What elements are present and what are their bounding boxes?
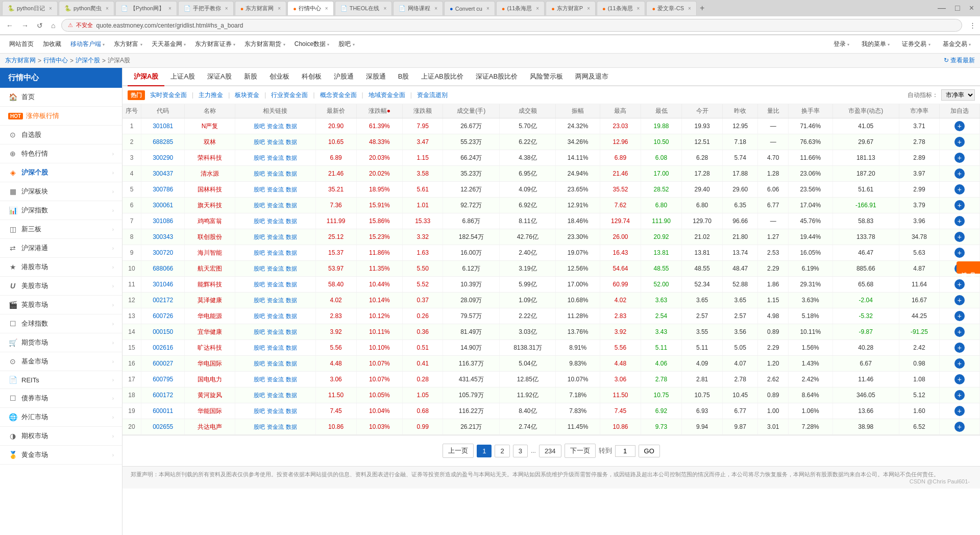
cell-add[interactable]: + — [939, 198, 979, 213]
col-header-latest[interactable]: 最新价 — [315, 104, 356, 118]
col-header-prev[interactable]: 昨收 — [723, 104, 758, 118]
data-link[interactable]: 数据 — [286, 123, 297, 130]
add-watchlist-icon[interactable]: + — [954, 200, 965, 210]
tab-eastmoney2[interactable]: ● 东方财富P × — [546, 1, 596, 15]
cell-name[interactable]: 双林 — [185, 134, 235, 150]
breadcrumb-eastmoney[interactable]: 东方财富网 — [5, 56, 36, 65]
guba-link[interactable]: 股吧 — [254, 328, 265, 336]
data-link[interactable]: 数据 — [286, 312, 297, 320]
guba-link[interactable]: 股吧 — [254, 297, 265, 304]
guba-link[interactable]: 股吧 — [254, 423, 265, 431]
nav-eastmoney[interactable]: 东方财富 ▾ — [110, 36, 146, 53]
nav-home[interactable]: 网站首页 — [5, 36, 38, 53]
fund-flow-link[interactable]: 资金流 — [267, 217, 284, 225]
address-bar[interactable]: ⚠ 不安全 quote.eastmoney.com/center/gridlis… — [61, 19, 962, 32]
filter-main-force[interactable]: 主力推金 — [197, 91, 225, 100]
tab-close-icon[interactable]: × — [168, 6, 172, 11]
fund-flow-link[interactable]: 资金流 — [267, 344, 284, 352]
nav-guba[interactable]: 股吧 ▾ — [334, 36, 358, 53]
refresh-button[interactable]: ↺ — [35, 19, 45, 32]
add-watchlist-icon[interactable]: + — [954, 153, 965, 163]
cell-add[interactable]: + — [939, 403, 979, 419]
nav-choice[interactable]: Choice数据 ▾ — [290, 36, 334, 53]
cell-code[interactable]: 002655 — [141, 419, 185, 435]
tab-convert[interactable]: ● Convert cu × — [444, 1, 495, 15]
sidebar-item-gold[interactable]: 🥇 黄金市场 › — [0, 446, 122, 465]
sidebar-item-shenzhen-individual[interactable]: ◈ 沪深个股 › — [0, 163, 122, 182]
feedback-button[interactable]: 意见反馈 — [957, 261, 980, 274]
cell-add[interactable]: + — [939, 340, 979, 356]
fund-flow-link[interactable]: 资金流 — [267, 407, 284, 415]
cell-code[interactable]: 600726 — [141, 308, 185, 324]
add-watchlist-icon[interactable]: + — [954, 374, 965, 384]
tab-close-icon[interactable]: × — [688, 6, 691, 11]
guba-link[interactable]: 股吧 — [254, 344, 265, 352]
cell-code[interactable]: 600795 — [141, 372, 185, 387]
sidebar-item-shenzhen-sector[interactable]: ▦ 沪深板块 › — [0, 182, 122, 201]
guba-link[interactable]: 股吧 — [254, 376, 265, 383]
tab-close-icon[interactable]: × — [536, 6, 539, 11]
cell-code[interactable]: 301086 — [141, 213, 185, 229]
data-link[interactable]: 数据 — [286, 186, 297, 193]
fund-flow-link[interactable]: 资金流 — [267, 360, 284, 368]
cell-add[interactable]: + — [939, 134, 979, 150]
filter-fund-flow[interactable]: 资金流逝别 — [415, 91, 450, 100]
col-header-code[interactable]: 代码 — [141, 104, 185, 118]
cell-add[interactable]: + — [939, 166, 979, 182]
sidebar-item-reits[interactable]: 📄 REITs › — [0, 371, 122, 389]
page-last-button[interactable]: 234 — [539, 445, 561, 457]
tab-close-icon[interactable]: × — [325, 6, 328, 11]
fund-flow-link[interactable]: 资金流 — [267, 392, 284, 399]
tab-sz-ab-price[interactable]: 深证AB股比价 — [470, 68, 524, 86]
cell-code[interactable]: 002172 — [141, 293, 185, 308]
page-input[interactable] — [615, 445, 635, 457]
nav-login[interactable]: 登录 ▾ — [829, 36, 853, 53]
col-header-turnover[interactable]: 换手率 — [789, 104, 833, 118]
nav-mobile[interactable]: 移动客户端 ▾ — [66, 36, 109, 53]
tab-delisted[interactable]: 两网及退市 — [569, 68, 615, 86]
fund-flow-link[interactable]: 资金流 — [267, 202, 284, 209]
add-watchlist-icon[interactable]: + — [954, 343, 965, 353]
sidebar-item-watchlist[interactable]: ⊙ 自选股 — [0, 126, 122, 144]
guba-link[interactable]: 股吧 — [254, 217, 265, 225]
cell-code[interactable]: 000150 — [141, 324, 185, 340]
cell-add[interactable]: + — [939, 293, 979, 308]
cell-add[interactable]: + — [939, 308, 979, 324]
add-watchlist-icon[interactable]: + — [954, 358, 965, 369]
guba-link[interactable]: 股吧 — [254, 123, 265, 130]
add-watchlist-icon[interactable]: + — [954, 232, 965, 242]
data-link[interactable]: 数据 — [286, 360, 297, 368]
guba-link[interactable]: 股吧 — [254, 170, 265, 178]
tab-chinext[interactable]: 创业板 — [263, 68, 296, 86]
close-window-icon[interactable]: × — [965, 4, 978, 13]
tab-star[interactable]: 科创板 — [296, 68, 328, 86]
guba-link[interactable]: 股吧 — [254, 138, 265, 146]
sidebar-item-bond[interactable]: ☐ 债券市场 › — [0, 389, 122, 408]
add-watchlist-icon[interactable]: + — [954, 121, 965, 131]
col-header-amount[interactable]: 成交额 — [500, 104, 556, 118]
tab-haisi2[interactable]: ● (11条海思 × — [597, 1, 645, 15]
fund-flow-link[interactable]: 资金流 — [267, 376, 284, 383]
data-link[interactable]: 数据 — [286, 138, 297, 146]
cell-name[interactable]: 华电能源 — [185, 308, 235, 324]
tab-shanghai-a[interactable]: 上证A股 — [164, 68, 201, 86]
add-watchlist-icon[interactable]: + — [954, 184, 965, 194]
data-link[interactable]: 数据 — [286, 202, 297, 209]
add-watchlist-icon[interactable]: + — [954, 168, 965, 179]
refresh-link[interactable]: ↻ 查看最新 — [944, 56, 975, 65]
cell-code[interactable]: 600011 — [141, 403, 185, 419]
filter-sector-fund[interactable]: 板块资金 — [233, 91, 261, 100]
tab-shenzhen-a[interactable]: 深证A股 — [201, 68, 238, 86]
cell-add[interactable]: + — [939, 387, 979, 403]
cell-name[interactable]: 航天宏图 — [185, 261, 235, 277]
tab-close-icon[interactable]: × — [106, 6, 109, 11]
tab-shanghai-shenzhen-a[interactable]: 沪深A股 — [128, 68, 164, 86]
add-watchlist-icon[interactable]: + — [954, 295, 965, 305]
nav-securities[interactable]: 东方财富证券 ▾ — [191, 36, 239, 53]
tab-network-course[interactable]: 📄 网络课程 × — [393, 1, 443, 15]
tab-python-net[interactable]: 📄 【Python网】 × — [115, 1, 177, 15]
add-watchlist-icon[interactable]: + — [954, 137, 965, 147]
breadcrumb-market[interactable]: 行情中心 — [43, 56, 68, 65]
cell-name[interactable]: 华电国际 — [185, 356, 235, 372]
page-2-button[interactable]: 2 — [495, 445, 509, 457]
